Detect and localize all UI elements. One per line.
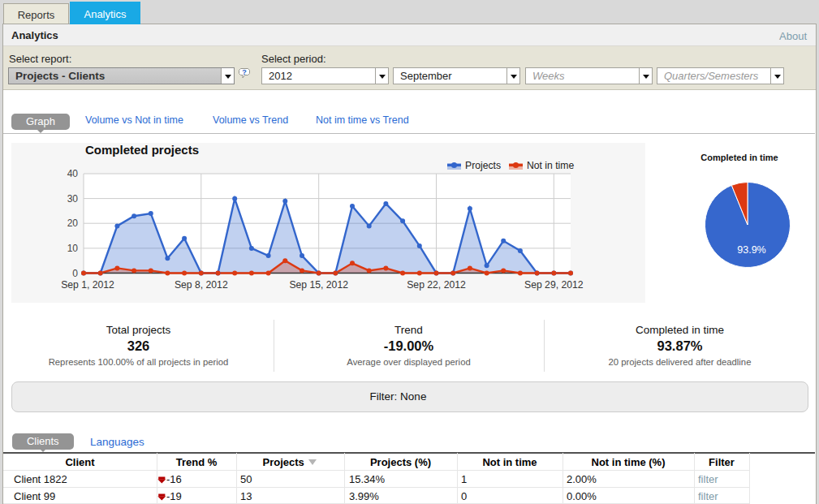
svg-text:40: 40: [67, 168, 79, 179]
svg-text:0: 0: [72, 268, 78, 279]
svg-text:Completed projects: Completed projects: [85, 143, 199, 157]
svg-text:10: 10: [67, 243, 79, 254]
svg-text:Not in time: Not in time: [527, 160, 574, 171]
svg-text:Sep 8, 2012: Sep 8, 2012: [175, 279, 228, 291]
svg-text:93.9%: 93.9%: [737, 244, 765, 256]
svg-text:Sep 15, 2012: Sep 15, 2012: [289, 279, 348, 291]
svg-text:Sep 1, 2012: Sep 1, 2012: [61, 279, 114, 291]
svg-text:Sep 29, 2012: Sep 29, 2012: [524, 279, 584, 291]
svg-text:Projects: Projects: [465, 160, 501, 171]
svg-text:30: 30: [67, 193, 79, 205]
svg-text:?: ?: [242, 68, 247, 76]
svg-text:Sep 22, 2012: Sep 22, 2012: [407, 279, 466, 291]
svg-text:20: 20: [67, 218, 79, 229]
